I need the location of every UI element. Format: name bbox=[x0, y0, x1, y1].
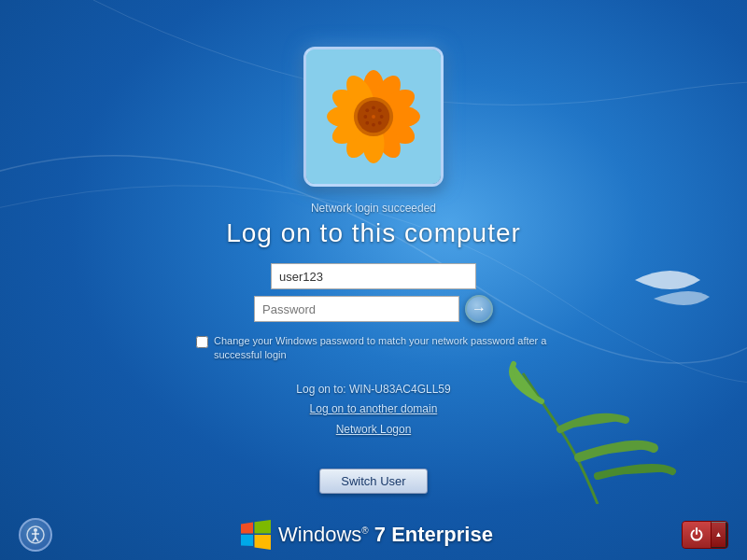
switch-user-button[interactable]: Switch User bbox=[319, 469, 427, 494]
svg-point-17 bbox=[378, 108, 382, 112]
network-status: Network login succeeded bbox=[311, 202, 436, 215]
checkbox-row: Change your Windows password to match yo… bbox=[196, 334, 551, 363]
power-button-area: ▲ bbox=[682, 521, 728, 549]
network-logon-link[interactable]: Network Logon bbox=[336, 423, 412, 436]
another-domain-link[interactable]: Log on to another domain bbox=[310, 402, 438, 415]
svg-line-29 bbox=[35, 538, 38, 541]
svg-point-18 bbox=[380, 115, 384, 119]
go-button[interactable]: → bbox=[465, 295, 493, 323]
power-icon bbox=[689, 527, 704, 542]
svg-point-25 bbox=[34, 528, 37, 532]
windows-branding: Windows® 7 Enterprise bbox=[241, 520, 493, 550]
svg-point-15 bbox=[365, 108, 369, 112]
power-arrow-button[interactable]: ▲ bbox=[711, 521, 727, 549]
svg-point-19 bbox=[378, 121, 382, 125]
svg-point-21 bbox=[365, 121, 369, 125]
windows-text: Windows® 7 Enterprise bbox=[278, 523, 493, 547]
change-password-checkbox[interactable] bbox=[196, 336, 208, 348]
power-button[interactable] bbox=[683, 521, 711, 549]
ease-of-access-button[interactable] bbox=[19, 518, 52, 552]
svg-point-16 bbox=[372, 105, 375, 109]
main-content: Network login succeeded Log on to this c… bbox=[0, 0, 747, 560]
checkbox-label: Change your Windows password to match yo… bbox=[214, 334, 551, 363]
avatar bbox=[303, 47, 444, 187]
windows-logo-icon bbox=[241, 520, 271, 550]
logon-title: Log on to this computer bbox=[226, 218, 521, 248]
svg-point-20 bbox=[372, 123, 375, 127]
login-form: → Change your Windows password to match … bbox=[196, 263, 551, 441]
svg-point-22 bbox=[363, 115, 367, 119]
username-row bbox=[271, 263, 476, 289]
password-input[interactable] bbox=[254, 296, 459, 322]
username-input[interactable] bbox=[271, 263, 476, 289]
domain-info: Log on to: WIN-U83AC4GLL59 bbox=[296, 380, 450, 400]
logon-info: Log on to: WIN-U83AC4GLL59 Log on to ano… bbox=[296, 380, 450, 441]
svg-point-23 bbox=[372, 115, 375, 119]
password-row: → bbox=[254, 295, 493, 323]
avatar-image bbox=[306, 49, 441, 184]
bottom-bar: Windows® 7 Enterprise ▲ bbox=[0, 509, 747, 560]
ease-of-access-icon bbox=[26, 525, 45, 544]
